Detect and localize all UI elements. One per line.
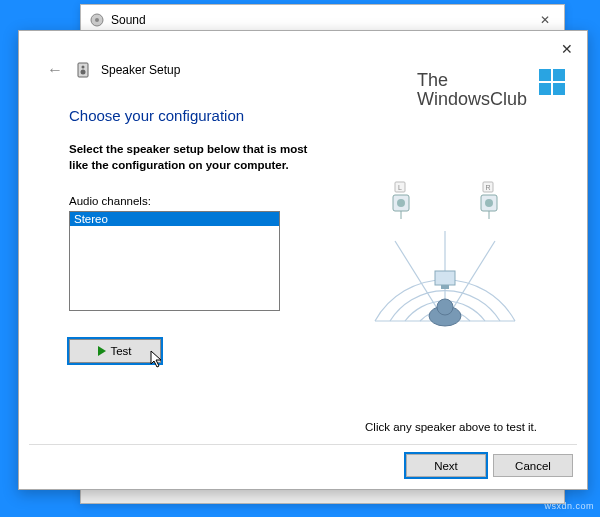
watermark: wsxdn.com xyxy=(544,501,594,511)
svg-text:L: L xyxy=(398,184,402,191)
svg-point-23 xyxy=(485,199,493,207)
test-button-label: Test xyxy=(110,345,131,357)
page-heading: Choose your configuration xyxy=(69,107,557,124)
cancel-button[interactable]: Cancel xyxy=(493,454,573,477)
speaker-small-icon xyxy=(89,12,105,28)
speaker-setup-dialog: ✕ ← Speaker Setup The WindowsClub Choose… xyxy=(18,30,588,490)
dialog-buttons: Next Cancel xyxy=(406,454,573,477)
instruction-text: Select the speaker setup below that is m… xyxy=(69,142,329,173)
sound-close-icon[interactable]: ✕ xyxy=(534,11,556,29)
divider xyxy=(29,444,577,445)
back-arrow-icon[interactable]: ← xyxy=(47,61,63,79)
speaker-hint-text: Click any speaker above to test it. xyxy=(365,421,537,433)
svg-point-3 xyxy=(82,66,85,69)
channel-option-stereo[interactable]: Stereo xyxy=(70,212,279,226)
svg-text:R: R xyxy=(485,184,490,191)
play-icon xyxy=(98,346,106,356)
svg-rect-15 xyxy=(435,271,455,285)
speaker-icon xyxy=(75,61,93,79)
audio-channels-listbox[interactable]: Stereo xyxy=(69,211,280,311)
next-button[interactable]: Next xyxy=(406,454,486,477)
test-button[interactable]: Test xyxy=(69,339,161,363)
right-speaker[interactable]: R xyxy=(481,182,497,219)
svg-point-4 xyxy=(81,70,86,75)
svg-rect-16 xyxy=(441,285,449,289)
close-icon[interactable]: ✕ xyxy=(561,41,573,57)
mouse-cursor-icon xyxy=(150,350,166,372)
left-speaker[interactable]: L xyxy=(393,182,409,219)
dialog-title: Speaker Setup xyxy=(101,63,180,77)
svg-point-1 xyxy=(95,18,99,22)
svg-point-14 xyxy=(437,299,453,315)
sound-window-title: Sound xyxy=(111,13,146,27)
svg-point-18 xyxy=(397,199,405,207)
speaker-layout-diagram: L R xyxy=(355,171,535,341)
